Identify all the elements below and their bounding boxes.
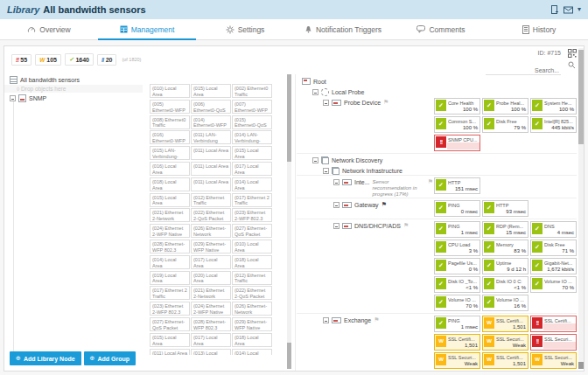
- sensor-cell[interactable]: (014) Local Area: [150, 255, 190, 269]
- sensor-cell[interactable]: (015) Local Area: [191, 84, 231, 98]
- tab-settings[interactable]: Settings: [196, 19, 294, 39]
- sensor-cell[interactable]: (010) Local Area: [150, 84, 190, 98]
- search-icon[interactable]: [568, 61, 576, 69]
- sensor-cell[interactable]: (023) Ethernet 2-WFP 802.3: [232, 208, 272, 222]
- sensor-chip[interactable]: !! SSL Certifi...: [530, 316, 577, 332]
- sensor-cell[interactable]: (016) Ethernet0-WFP 802.3: [150, 130, 190, 144]
- sensor-cell[interactable]: (029) Ethernet-WFP Native: [191, 240, 231, 253]
- add-group-button[interactable]: ⊕ Add Group: [84, 351, 136, 365]
- sensor-cell[interactable]: (005) Ethernet0-WFP Native: [150, 100, 190, 114]
- sensor-cell[interactable]: (012) Ethernet Traffic: [191, 193, 231, 207]
- collapse-icon[interactable]: [323, 317, 329, 323]
- sensor-cell[interactable]: (014) Ethernet0-WFP Native: [191, 115, 231, 129]
- sensor-chip[interactable]: W SSL Securi... Weak Proto...: [530, 352, 577, 369]
- sensor-cell[interactable]: (017) Ethernet 2 Traffic: [150, 286, 190, 300]
- sensor-chip[interactable]: ✓ HTTP 151 msec: [434, 177, 480, 194]
- sensor-cell[interactable]: (015) Ethernet0-QoS Packet: [232, 115, 272, 129]
- sensor-chip[interactable]: ✓ Uptime 9 d 12 h: [482, 258, 528, 274]
- sensor-cell[interactable]: (029) Ethernet-WFP Native: [232, 317, 272, 331]
- tree-group-label[interactable]: Root ⚑: [297, 75, 433, 86]
- tree-group-label[interactable]: Network Infrastructure ⚑: [297, 164, 433, 175]
- sensor-cell[interactable]: (024) Ethernet 2-WFP Native: [191, 302, 231, 316]
- sensor-cell[interactable]: (015) Local Area: [232, 146, 272, 160]
- sensor-cell[interactable]: (020) Local Area: [191, 271, 231, 285]
- sensor-cell[interactable]: (010) Local Area: [232, 240, 272, 253]
- counter-down[interactable]: !! 55: [11, 54, 32, 66]
- sensor-chip[interactable]: ✓ Volume IO ... 16 %: [482, 295, 528, 311]
- collapse-icon[interactable]: [312, 89, 318, 95]
- sensor-chip[interactable]: ✓ Intel[R] 825... 445 kbit/s: [530, 116, 577, 133]
- sensor-chip[interactable]: ✓ RDP (Rem... 15 msec: [482, 221, 528, 238]
- sensor-cell[interactable]: (017) Ethernet 2 Traffic: [232, 193, 272, 207]
- qr-code-icon[interactable]: [568, 49, 577, 58]
- sensor-chip[interactable]: ✓ Pagefile Us... 0 %: [434, 258, 480, 274]
- sensor-cell[interactable]: (019) Local Area: [150, 271, 190, 285]
- sensor-cell[interactable]: (017) Local Area: [191, 333, 231, 347]
- sensor-chip[interactable]: ✓ Common S... 100 %: [434, 116, 480, 133]
- tree-group-label[interactable]: Gateway ⚑: [297, 198, 433, 209]
- tree-group-label[interactable]: Network Discovery ⚑: [297, 154, 433, 164]
- priority-flag-icon[interactable]: ⚑: [382, 201, 387, 207]
- tree-group-label[interactable]: Inte... Sensor recommendation in progres…: [297, 176, 433, 198]
- tab-history[interactable]: History: [490, 19, 588, 39]
- counter-paused[interactable]: II 20: [97, 54, 116, 66]
- left-scrollbar-thumb[interactable]: [287, 74, 291, 162]
- sensor-chip[interactable]: W SSL Certifi... 1,501: [482, 352, 528, 369]
- sensor-chip[interactable]: ✓ DNS 4 msec: [530, 221, 577, 238]
- add-library-node-button[interactable]: ⊕ Add Library Node: [10, 351, 81, 365]
- sensor-cell[interactable]: (015) Local Area: [150, 333, 190, 347]
- priority-flag-icon[interactable]: ⚑: [383, 99, 388, 105]
- sensor-chip[interactable]: ✓ Gigabit-Net... 1,672 kbit/s: [530, 258, 577, 274]
- collapse-icon[interactable]: [333, 202, 340, 208]
- dropdown-caret-icon[interactable]: ▾: [578, 6, 581, 13]
- sensor-chip[interactable]: W SSL Securi... Weak Proto...: [482, 334, 528, 351]
- sensor-cell[interactable]: (006) Ethernet0-QoS Packet: [191, 100, 231, 114]
- sensor-chip[interactable]: W SSL Certifi... 1,501: [482, 316, 528, 332]
- sensor-cell[interactable]: (011) Local Area: [191, 177, 231, 191]
- sensor-cell[interactable]: (015) LAN-Verbindung-: [150, 146, 190, 160]
- email-icon[interactable]: [564, 6, 573, 14]
- sensor-chip[interactable]: ✓ PING 1 msec: [434, 316, 480, 332]
- sensor-cell[interactable]: (018) Local Area: [232, 333, 272, 347]
- sensor-cell[interactable]: (026) Ethernet-Network: [232, 302, 272, 316]
- sensor-cell[interactable]: (011) Local Area: [191, 146, 231, 160]
- collapse-icon[interactable]: [312, 157, 318, 163]
- right-scrollbar[interactable]: [578, 48, 584, 369]
- sensor-cell[interactable]: (018) Local Area: [150, 177, 190, 191]
- sensor-cell[interactable]: (017) Local Area: [191, 255, 231, 269]
- sensor-cell[interactable]: (014) Local Area: [232, 349, 272, 355]
- sensor-chip[interactable]: ✓ Disk Free 79 %: [482, 116, 528, 133]
- collapse-icon[interactable]: [323, 168, 329, 174]
- sensor-cell[interactable]: (015) Local Area: [150, 193, 190, 207]
- sensor-cell[interactable]: (011) Local Area: [191, 162, 231, 176]
- sensor-chip[interactable]: ✓ Memory 83 %: [482, 240, 528, 256]
- collapse-icon[interactable]: [333, 179, 340, 185]
- tab-notification-triggers[interactable]: Notification Triggers: [294, 19, 392, 39]
- tab-comments[interactable]: Comments: [392, 19, 490, 39]
- sensor-cell[interactable]: (021) Ethernet 2-Network: [150, 208, 190, 222]
- sensor-chip[interactable]: !! SSL Securi...: [530, 334, 577, 351]
- collapse-icon[interactable]: [323, 100, 329, 106]
- collapse-icon[interactable]: [10, 95, 16, 101]
- sensor-chip[interactable]: W SSL Securi... Weak Proto...: [434, 352, 480, 369]
- sensor-cell[interactable]: (011) LAN-Verbindung: [191, 130, 231, 144]
- sensor-cell[interactable]: (027) Ethernet-QoS Packet: [150, 317, 190, 331]
- counter-up[interactable]: ✓ 1640: [65, 53, 94, 66]
- sensor-cell[interactable]: (022) Ethernet 2-QoS Packet: [191, 208, 231, 222]
- priority-flag-icon[interactable]: ⚑: [403, 222, 409, 228]
- sensor-cell[interactable]: (024) Ethernet 2-WFP Native: [150, 224, 190, 238]
- sensor-cell[interactable]: (014) Local Area: [232, 177, 272, 191]
- tab-overview[interactable]: Overview: [0, 19, 98, 39]
- sensor-cell[interactable]: (026) Ethernet-Network: [191, 224, 231, 238]
- tree-group-label[interactable]: Local Probe ⚑: [297, 86, 433, 96]
- left-scrollbar[interactable]: [287, 74, 291, 369]
- tree-group-label[interactable]: Probe Device ⚑: [297, 96, 433, 107]
- tree-group-label[interactable]: Exchange ⚑: [297, 314, 433, 324]
- sensor-chip[interactable]: ✓ HTTP 93 msec: [482, 200, 528, 217]
- tree-group-label[interactable]: DNS/DHCP/ADS ⚑: [297, 219, 433, 230]
- sensor-cell[interactable]: (007) Ethernet0-WFP 802.3: [232, 100, 272, 114]
- sensor-cell[interactable]: (017) Local Area: [232, 162, 272, 176]
- sensor-chip[interactable]: ✓ Core Health 100 %: [434, 98, 480, 115]
- sensor-cell[interactable]: (014) LAN-Verbindung-QoS: [232, 130, 272, 144]
- sensor-chip[interactable]: W SSL Certifi... 1,501: [434, 334, 480, 351]
